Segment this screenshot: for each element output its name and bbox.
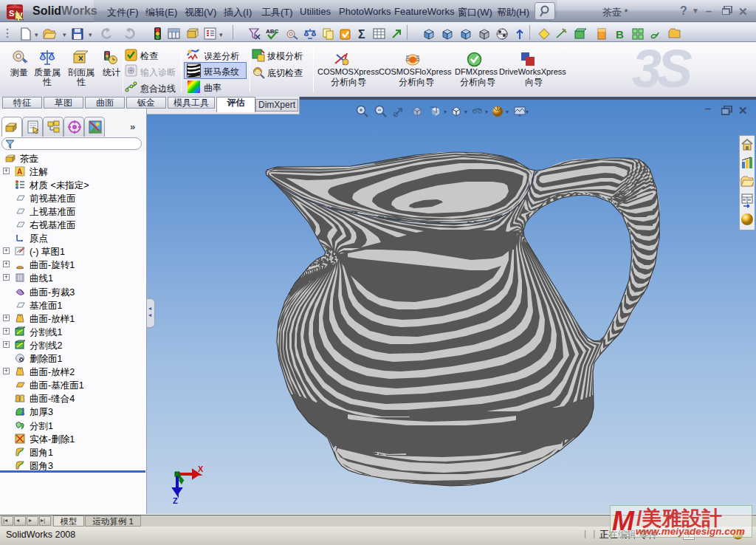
svg-text:X: X — [198, 465, 204, 473]
svg-text:Z: Z — [173, 496, 178, 504]
svg-text:Σ: Σ — [358, 28, 365, 41]
svg-text:ABC: ABC — [266, 28, 279, 35]
svg-text:A: A — [17, 168, 22, 176]
svg-text:S: S — [9, 9, 14, 18]
svg-text:B: B — [616, 28, 624, 41]
